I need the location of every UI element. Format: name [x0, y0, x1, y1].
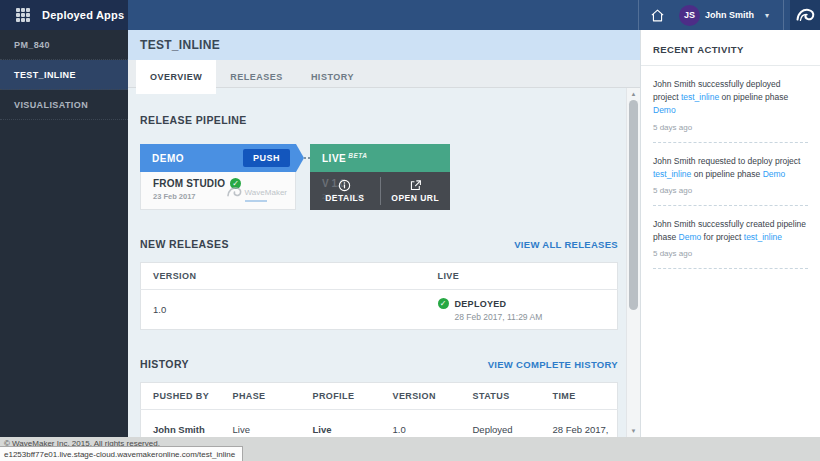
history-pushed-by-cell: John Smith [141, 410, 221, 438]
history-time-cell: 28 Feb 2017, [541, 410, 618, 438]
topbar-divider [638, 0, 639, 30]
page-title: TEST_INLINE [128, 30, 640, 60]
from-studio-label: FROM STUDIO [153, 178, 225, 189]
recent-activity-heading: RECENT ACTIVITY [641, 30, 820, 66]
activity-project-link[interactable]: test_inline [744, 232, 782, 242]
activity-text: John Smith successfully deployed project… [653, 78, 808, 118]
column-header-time: TIME [541, 383, 618, 410]
pipeline-card-demo: DEMO PUSH FROM STUDIO ✓ 23 Feb 2017 [140, 144, 296, 210]
live-phase-label: LIVEBETA [322, 152, 367, 164]
new-releases-heading: NEW RELEASES [140, 238, 229, 250]
activity-text: John Smith requested to deploy project t… [653, 155, 808, 181]
activity-item: John Smith successfully deployed project… [641, 66, 820, 142]
deployed-status: DEPLOYED [455, 299, 507, 309]
activity-time: 5 days ago [653, 186, 808, 195]
live-phase-header: LIVEBETA [310, 144, 450, 172]
release-pipeline: DEMO PUSH FROM STUDIO ✓ 23 Feb 2017 [140, 144, 618, 210]
history-table: PUSHED BY PHASE PROFILE VERSION STATUS T… [140, 382, 618, 437]
column-header-version: VERSION [381, 383, 461, 410]
activity-project-link[interactable]: test_inline [653, 169, 691, 179]
user-menu[interactable]: JS John Smith ▾ [671, 5, 777, 26]
tab-bar: OVERVIEW RELEASES HISTORY [128, 60, 640, 88]
scroll-up-arrow[interactable]: ▲ [627, 88, 640, 100]
sidebar-item-test-inline[interactable]: TEST_INLINE [0, 60, 128, 90]
demo-phase-body: FROM STUDIO ✓ 23 Feb 2017 WaveMaker [140, 172, 296, 210]
history-phase-cell: Live [221, 410, 301, 438]
activity-phase-link[interactable]: Demo [763, 169, 786, 179]
wavemaker-watermark: WaveMaker [226, 181, 287, 202]
activity-time: 5 days ago [653, 249, 808, 258]
history-status-cell: Deployed [461, 410, 541, 438]
tab-history[interactable]: HISTORY [297, 60, 368, 94]
pipeline-card-live: LIVEBETA V 1.0 28 Feb 2017 DETAILS [310, 144, 450, 210]
new-releases-table: VERSION LIVE 1.0 ✓ DEPLOYED 28 Feb 2017 [140, 262, 618, 330]
beta-badge: BETA [348, 152, 367, 159]
activity-phase-link[interactable]: Demo [653, 105, 676, 115]
demo-phase-label: DEMO [152, 153, 184, 164]
projects-sidebar: PM_840 TEST_INLINE VISUALISATION [0, 30, 128, 437]
topbar-divider [783, 0, 784, 30]
user-name: John Smith [705, 10, 754, 20]
main-panel: TEST_INLINE OVERVIEW RELEASES HISTORY RE… [128, 30, 640, 437]
apps-grid-icon[interactable] [16, 8, 30, 22]
column-header-profile: PROFILE [301, 383, 381, 410]
column-header-phase: PHASE [221, 383, 301, 410]
details-button[interactable]: DETAILS [310, 172, 380, 210]
wavemaker-watermark-subline [245, 200, 267, 202]
push-button[interactable]: PUSH [243, 149, 290, 167]
deployed-check-icon: ✓ [438, 298, 449, 309]
status-url-tooltip: e1253bff77e01.live.stage-cloud.wavemaker… [0, 446, 243, 461]
wavemaker-watermark-text: WaveMaker [245, 188, 287, 197]
home-icon[interactable] [645, 0, 671, 30]
history-heading: HISTORY [140, 358, 189, 370]
recent-activity-panel: RECENT ACTIVITY John Smith successfully … [640, 30, 820, 437]
overview-content: RELEASE PIPELINE DEMO PUSH FROM STUDIO ✓… [128, 88, 626, 437]
app-title: Deployed Apps [42, 9, 124, 21]
release-live-cell: ✓ DEPLOYED 28 Feb 2017, 11:29 AM [426, 290, 618, 330]
scroll-down-arrow[interactable]: ▼ [627, 425, 640, 437]
history-profile-link[interactable]: Live [301, 410, 381, 438]
activity-item: John Smith successfully created pipeline… [641, 206, 820, 268]
chevron-down-icon: ▾ [765, 11, 769, 20]
history-row: John Smith Live Live 1.0 Deployed 28 Feb… [141, 410, 618, 438]
sidebar-item-visualisation[interactable]: VISUALISATION [0, 90, 128, 120]
live-hover-overlay: DETAILS OPEN URL [310, 172, 450, 210]
view-complete-history-link[interactable]: VIEW COMPLETE HISTORY [488, 359, 618, 370]
scrollbar-thumb[interactable] [629, 100, 638, 310]
app-brand: Deployed Apps [0, 0, 128, 30]
top-navbar: Deployed Apps JS John Smith ▾ [0, 0, 820, 30]
release-version-cell: 1.0 [141, 290, 426, 330]
activity-time: 5 days ago [653, 123, 808, 132]
sidebar-item-pm-840[interactable]: PM_840 [0, 30, 128, 60]
deployed-apps-window: Deployed Apps JS John Smith ▾ PM_840 T [0, 0, 820, 461]
open-url-button[interactable]: OPEN URL [381, 172, 451, 210]
column-header-live: LIVE [426, 263, 618, 290]
column-header-pushed-by: PUSHED BY [141, 383, 221, 410]
release-pipeline-heading: RELEASE PIPELINE [140, 114, 618, 126]
release-row: 1.0 ✓ DEPLOYED 28 Feb 2017, 11:29 AM [141, 290, 618, 330]
column-header-version: VERSION [141, 263, 426, 290]
activity-project-link[interactable]: test_inline [681, 92, 719, 102]
tab-releases[interactable]: RELEASES [216, 60, 297, 94]
history-version-cell: 1.0 [381, 410, 461, 438]
avatar: JS [679, 5, 700, 26]
view-all-releases-link[interactable]: VIEW ALL RELEASES [514, 239, 618, 250]
status-url-text: e1253bff77e01.live.stage-cloud.wavemaker… [0, 450, 235, 459]
main-vertical-scrollbar[interactable]: ▲ ▼ [626, 88, 640, 437]
activity-item: John Smith requested to deploy project t… [641, 143, 820, 205]
wavemaker-watermark-icon [226, 184, 242, 200]
live-phase-body: V 1.0 28 Feb 2017 DETAILS OPEN URL [310, 172, 450, 210]
demo-phase-header: DEMO PUSH [140, 144, 296, 172]
tab-overview[interactable]: OVERVIEW [136, 60, 216, 94]
info-icon [338, 179, 351, 192]
activity-separator [653, 268, 808, 269]
activity-phase-link[interactable]: Demo [679, 232, 702, 242]
wavemaker-logo-icon [790, 0, 820, 30]
activity-text: John Smith successfully created pipeline… [653, 218, 808, 244]
open-external-icon [409, 179, 422, 192]
topbar-actions: JS John Smith ▾ [128, 0, 820, 30]
deployed-time: 28 Feb 2017, 11:29 AM [455, 312, 543, 322]
column-header-status: STATUS [461, 383, 541, 410]
